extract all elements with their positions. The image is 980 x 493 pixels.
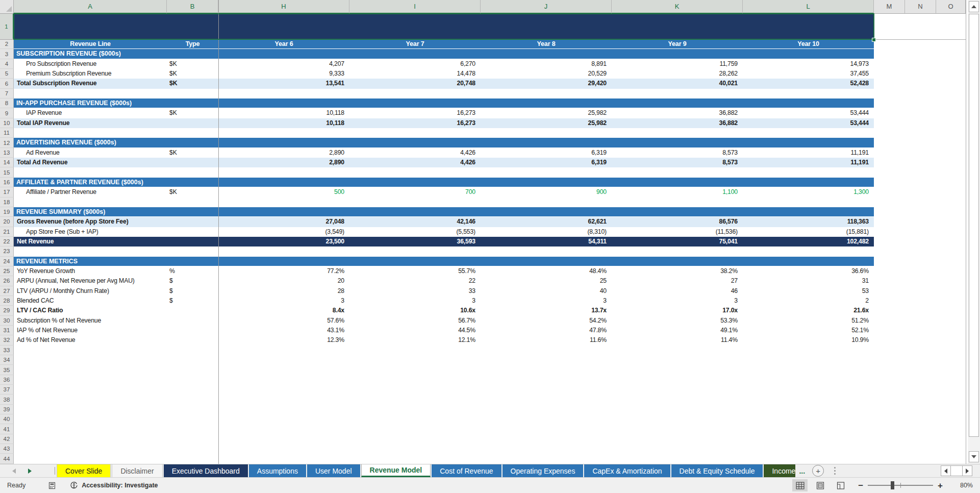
zoom-out-button[interactable]: −: [853, 481, 868, 490]
value-cell[interactable]: 51.2%: [743, 316, 874, 326]
sheet-tab-operating-expenses[interactable]: Operating Expenses: [502, 464, 584, 477]
sheet-tab-cover-slide[interactable]: Cover Slide: [57, 464, 111, 477]
sheet-tab-income[interactable]: Income: [764, 464, 795, 477]
row-header-32[interactable]: 32: [0, 335, 14, 345]
zoom-slider-thumb[interactable]: [891, 481, 894, 489]
value-cell[interactable]: 17.0x: [612, 306, 743, 315]
value-cell[interactable]: 2,890: [218, 158, 349, 167]
previous-sheet-icon[interactable]: [12, 469, 16, 474]
value-cell[interactable]: 36.6%: [743, 266, 874, 276]
row-header-42[interactable]: 42: [0, 434, 14, 444]
column-header-H[interactable]: H: [218, 0, 349, 14]
row-header-21[interactable]: 21: [0, 227, 14, 237]
row-header-4[interactable]: 4: [0, 59, 14, 69]
type-cell[interactable]: %: [167, 266, 218, 276]
value-cell[interactable]: 43.1%: [218, 326, 349, 335]
row-header-28[interactable]: 28: [0, 296, 14, 306]
value-cell[interactable]: 6,319: [481, 158, 612, 167]
row-header-20[interactable]: 20: [0, 217, 14, 227]
value-cell[interactable]: 25: [481, 276, 612, 286]
value-cell[interactable]: 53,444: [743, 108, 874, 118]
row-header-44[interactable]: 44: [0, 454, 14, 463]
column-header-L[interactable]: L: [743, 0, 874, 14]
value-cell[interactable]: 700: [349, 187, 481, 197]
value-cell[interactable]: 36,882: [612, 118, 743, 128]
column-title-cell[interactable]: Type: [167, 39, 218, 49]
row-header-17[interactable]: 17: [0, 187, 14, 197]
row-header-18[interactable]: 18: [0, 198, 14, 207]
column-header-K[interactable]: K: [612, 0, 743, 14]
column-header-N[interactable]: N: [905, 0, 936, 14]
row-header-26[interactable]: 26: [0, 276, 14, 286]
scroll-left-button[interactable]: [941, 465, 951, 476]
value-cell[interactable]: 28: [218, 286, 349, 296]
value-cell[interactable]: 6,270: [349, 59, 481, 69]
value-cell[interactable]: 20: [218, 276, 349, 286]
value-cell[interactable]: 10,118: [218, 118, 349, 128]
label-cell[interactable]: Gross Revenue (before App Store Fee): [14, 217, 167, 227]
merged-title-cell[interactable]: [14, 14, 874, 39]
row-header-27[interactable]: 27: [0, 286, 14, 296]
scroll-up-button[interactable]: [969, 1, 979, 12]
zoom-slider[interactable]: [868, 481, 933, 490]
label-cell[interactable]: IAP % of Net Revenue: [14, 326, 167, 335]
value-cell[interactable]: 8,891: [481, 59, 612, 69]
value-cell[interactable]: 55.7%: [349, 266, 481, 276]
row-header-34[interactable]: 34: [0, 355, 14, 365]
more-sheets-ellipsis[interactable]: ...: [799, 467, 805, 475]
value-cell[interactable]: 38.2%: [612, 266, 743, 276]
value-cell[interactable]: 62,621: [481, 217, 612, 227]
label-cell[interactable]: App Store Fee (Sub + IAP): [14, 227, 167, 237]
value-cell[interactable]: 36,593: [349, 237, 481, 246]
value-cell[interactable]: 11,191: [743, 148, 874, 158]
horizontal-scrollbar-thumb[interactable]: [951, 465, 963, 476]
row-header-24[interactable]: 24: [0, 257, 14, 266]
value-cell[interactable]: 8.4x: [218, 306, 349, 315]
type-cell[interactable]: $: [167, 296, 218, 306]
year-header-cell[interactable]: Year 9: [612, 39, 743, 49]
type-cell[interactable]: $K: [167, 108, 218, 118]
page-break-preview-button[interactable]: [833, 479, 848, 491]
value-cell[interactable]: 29,420: [481, 79, 612, 88]
label-cell[interactable]: Pro Subscription Revenue: [14, 59, 167, 69]
select-all-corner[interactable]: [0, 0, 14, 14]
value-cell[interactable]: 49.1%: [612, 326, 743, 335]
macro-record-icon[interactable]: [48, 482, 56, 489]
value-cell[interactable]: 27: [612, 276, 743, 286]
row-header-41[interactable]: 41: [0, 424, 14, 434]
value-cell[interactable]: 4,426: [349, 148, 481, 158]
type-cell[interactable]: $K: [167, 69, 218, 79]
value-cell[interactable]: 53.3%: [612, 316, 743, 326]
row-header-22[interactable]: 22: [0, 237, 14, 246]
value-cell[interactable]: (15,881): [743, 227, 874, 237]
label-cell[interactable]: Premium Subscription Revenue: [14, 69, 167, 79]
type-cell[interactable]: [167, 316, 218, 326]
row-header-31[interactable]: 31: [0, 326, 14, 335]
row-header-3[interactable]: 3: [0, 49, 14, 59]
page-layout-view-button[interactable]: [813, 479, 828, 491]
value-cell[interactable]: 3: [612, 296, 743, 306]
label-cell[interactable]: YoY Revenue Growth: [14, 266, 167, 276]
type-cell[interactable]: $K: [167, 187, 218, 197]
label-cell[interactable]: LTV (ARPU / Monthly Churn Rate): [14, 286, 167, 296]
value-cell[interactable]: 8,573: [612, 158, 743, 167]
value-cell[interactable]: 25,982: [481, 118, 612, 128]
value-cell[interactable]: 52.1%: [743, 326, 874, 335]
label-cell[interactable]: Ad % of Net Revenue: [14, 335, 167, 345]
sheet-tab-capex-amortization[interactable]: CapEx & Amortization: [584, 464, 670, 477]
row-header-12[interactable]: 12: [0, 138, 14, 147]
value-cell[interactable]: 11,759: [612, 59, 743, 69]
value-cell[interactable]: 52,428: [743, 79, 874, 88]
zoom-in-button[interactable]: +: [933, 481, 947, 490]
section-header-cell[interactable]: REVENUE SUMMARY ($000s): [14, 207, 874, 217]
section-header-cell[interactable]: ADVERTISING REVENUE ($000s): [14, 138, 874, 147]
column-header-A[interactable]: A: [14, 0, 167, 14]
value-cell[interactable]: 11.6%: [481, 335, 612, 345]
sheet-tab-executive-dashboard[interactable]: Executive Dashboard: [164, 464, 248, 477]
row-header-13[interactable]: 13: [0, 148, 14, 158]
row-header-7[interactable]: 7: [0, 89, 14, 98]
horizontal-scrollbar[interactable]: [941, 465, 972, 476]
fill-handle[interactable]: [872, 38, 876, 42]
value-cell[interactable]: 12.3%: [218, 335, 349, 345]
value-cell[interactable]: 57.6%: [218, 316, 349, 326]
